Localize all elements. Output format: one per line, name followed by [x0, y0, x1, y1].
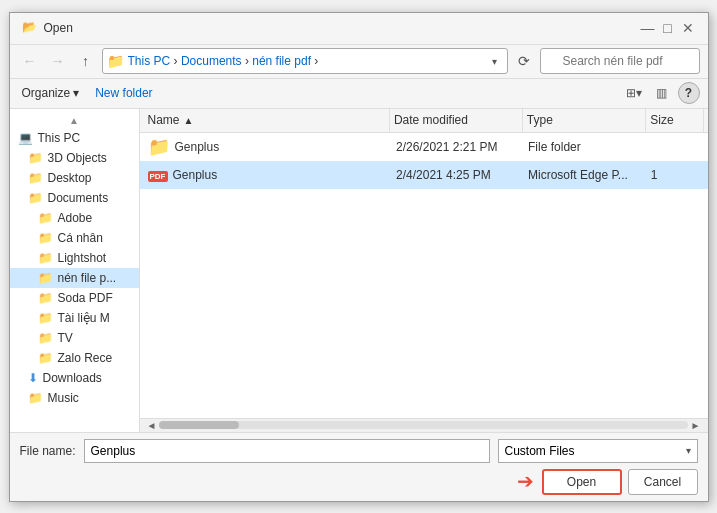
- table-row[interactable]: 📁 Genplus 2/26/2021 2:21 PM File folder: [140, 133, 708, 161]
- new-folder-button[interactable]: New folder: [91, 84, 156, 102]
- address-dropdown-arrow[interactable]: ▾: [487, 53, 503, 69]
- tv-icon: 📁: [38, 331, 53, 345]
- breadcrumb-documents[interactable]: Documents: [181, 54, 242, 68]
- sidebar-item-ca-nhan[interactable]: 📁 Cá nhân: [10, 228, 139, 248]
- sidebar: ▲ 💻 This PC 📁 3D Objects 📁 Desktop 📁 Doc…: [10, 109, 140, 432]
- tai-lieu-icon: 📁: [38, 311, 53, 325]
- sidebar-item-zalo-rece[interactable]: 📁 Zalo Rece: [10, 348, 139, 368]
- sidebar-item-downloads[interactable]: ⬇ Downloads: [10, 368, 139, 388]
- file-type-genplus-pdf: Microsoft Edge P...: [524, 168, 647, 182]
- table-row[interactable]: PDF Genplus 2/4/2021 4:25 PM Microsoft E…: [140, 161, 708, 189]
- open-button[interactable]: Open: [542, 469, 622, 495]
- sidebar-item-desktop[interactable]: 📁 Desktop: [10, 168, 139, 188]
- sidebar-label-nen-file-pdf: nén file p...: [58, 271, 117, 285]
- preview-pane-button[interactable]: ▥: [650, 81, 674, 105]
- downloads-icon: ⬇: [28, 371, 38, 385]
- main-content: ▲ 💻 This PC 📁 3D Objects 📁 Desktop 📁 Doc…: [10, 109, 708, 432]
- sidebar-item-documents[interactable]: 📁 Documents: [10, 188, 139, 208]
- sidebar-item-music[interactable]: 📁 Music: [10, 388, 139, 408]
- music-icon: 📁: [28, 391, 43, 405]
- adobe-icon: 📁: [38, 211, 53, 225]
- sidebar-label-tai-lieu-m: Tài liệu M: [58, 311, 110, 325]
- scroll-track[interactable]: [159, 421, 687, 429]
- pdf-icon: PDF: [148, 168, 168, 182]
- organize-button[interactable]: Organize ▾: [18, 84, 84, 102]
- scroll-left-button[interactable]: ◄: [144, 420, 160, 431]
- filetype-label: Custom Files: [505, 444, 575, 458]
- file-list: 📁 Genplus 2/26/2021 2:21 PM File folder …: [140, 133, 708, 418]
- file-date-genplus-pdf: 2/4/2021 4:25 PM: [392, 168, 524, 182]
- cancel-button[interactable]: Cancel: [628, 469, 698, 495]
- address-folder-icon: 📁: [107, 53, 124, 69]
- filename-input[interactable]: [84, 439, 490, 463]
- 3d-objects-icon: 📁: [28, 151, 43, 165]
- view-options-button[interactable]: ⊞▾: [622, 81, 646, 105]
- col-header-size[interactable]: Size: [646, 109, 703, 132]
- red-arrow-indicator: ➔: [517, 469, 534, 495]
- sidebar-item-tv[interactable]: 📁 TV: [10, 328, 139, 348]
- sidebar-item-soda-pdf[interactable]: 📁 Soda PDF: [10, 288, 139, 308]
- col-header-type[interactable]: Type: [523, 109, 646, 132]
- breadcrumb-nen-file-pdf[interactable]: nén file pdf: [252, 54, 311, 68]
- scroll-right-button[interactable]: ►: [688, 420, 704, 431]
- search-input[interactable]: [540, 48, 700, 74]
- breadcrumb-this-pc[interactable]: This PC: [128, 54, 171, 68]
- file-list-area: Name ▲ Date modified Type Size 📁: [140, 109, 708, 432]
- up-button[interactable]: ↑: [74, 49, 98, 73]
- address-toolbar: ← → ↑ 📁 This PC › Documents › nén file p…: [10, 45, 708, 79]
- col-header-date[interactable]: Date modified: [390, 109, 523, 132]
- forward-button[interactable]: →: [46, 49, 70, 73]
- documents-icon: 📁: [28, 191, 43, 205]
- title-bar: 📂 Open — □ ✕: [10, 13, 708, 45]
- organize-dropdown-arrow: ▾: [73, 86, 79, 100]
- bottom-buttons: ➔ Open Cancel: [20, 469, 698, 495]
- filetype-dropdown[interactable]: Custom Files ▾: [498, 439, 698, 463]
- file-type-genplus-folder: File folder: [524, 140, 647, 154]
- minimize-button[interactable]: —: [640, 20, 656, 36]
- maximize-button[interactable]: □: [660, 20, 676, 36]
- file-date-genplus-folder: 2/26/2021 2:21 PM: [392, 140, 524, 154]
- file-name-genplus-pdf: PDF Genplus: [144, 168, 393, 182]
- sidebar-label-lightshot: Lightshot: [58, 251, 107, 265]
- folder-icon: 📁: [148, 136, 170, 158]
- address-bar[interactable]: 📁 This PC › Documents › nén file pdf › ▾: [102, 48, 508, 74]
- sidebar-label-3d-objects: 3D Objects: [48, 151, 107, 165]
- sidebar-label-documents: Documents: [48, 191, 109, 205]
- refresh-button[interactable]: ⟳: [512, 49, 536, 73]
- filename-label: File name:: [20, 444, 76, 458]
- sidebar-label-ca-nhan: Cá nhân: [58, 231, 103, 245]
- close-button[interactable]: ✕: [680, 20, 696, 36]
- file-size-genplus-pdf: 1: [647, 168, 704, 182]
- desktop-icon: 📁: [28, 171, 43, 185]
- col-date-label: Date modified: [394, 113, 468, 127]
- bottom-bar: File name: Custom Files ▾ ➔ Open Cancel: [10, 432, 708, 501]
- sidebar-item-3d-objects[interactable]: 📁 3D Objects: [10, 148, 139, 168]
- organize-toolbar: Organize ▾ New folder ⊞▾ ▥ ?: [10, 79, 708, 109]
- col-size-label: Size: [650, 113, 673, 127]
- file-name-text: Genplus: [175, 140, 220, 154]
- sidebar-item-adobe[interactable]: 📁 Adobe: [10, 208, 139, 228]
- sidebar-label-desktop: Desktop: [48, 171, 92, 185]
- col-type-label: Type: [527, 113, 553, 127]
- address-path: This PC › Documents › nén file pdf ›: [128, 54, 483, 68]
- sidebar-item-tai-lieu-m[interactable]: 📁 Tài liệu M: [10, 308, 139, 328]
- sidebar-item-this-pc[interactable]: 💻 This PC: [10, 128, 139, 148]
- sidebar-item-nen-file-pdf[interactable]: 📁 nén file p...: [10, 268, 139, 288]
- help-button[interactable]: ?: [678, 82, 700, 104]
- search-wrapper: 🔍: [540, 48, 700, 74]
- scroll-thumb[interactable]: [159, 421, 239, 429]
- col-header-name[interactable]: Name ▲: [144, 109, 390, 132]
- sidebar-label-music: Music: [48, 391, 79, 405]
- filename-row: File name: Custom Files ▾: [20, 439, 698, 463]
- nen-file-pdf-icon: 📁: [38, 271, 53, 285]
- sidebar-label-zalo-rece: Zalo Rece: [58, 351, 113, 365]
- sidebar-item-lightshot[interactable]: 📁 Lightshot: [10, 248, 139, 268]
- file-list-header: Name ▲ Date modified Type Size: [140, 109, 708, 133]
- back-button[interactable]: ←: [18, 49, 42, 73]
- sidebar-label-this-pc: This PC: [38, 131, 81, 145]
- dialog-icon: 📂: [22, 20, 38, 36]
- soda-pdf-icon: 📁: [38, 291, 53, 305]
- sort-arrow: ▲: [184, 115, 194, 126]
- dialog-title: Open: [44, 21, 73, 35]
- col-name-label: Name: [148, 113, 180, 127]
